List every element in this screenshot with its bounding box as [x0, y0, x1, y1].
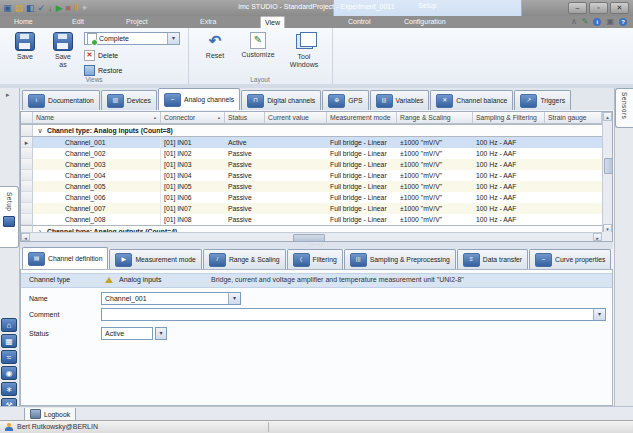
right-sidebar: Sensors — [614, 88, 633, 420]
close-button[interactable]: ✕ — [610, 2, 629, 14]
status-combo[interactable]: Active — [101, 327, 153, 340]
tab-filtering[interactable]: ( Filtering — [287, 249, 343, 269]
menu-bar: Home Edit Project Extra View Control Con… — [0, 16, 633, 28]
help-icon[interactable]: ? — [619, 18, 627, 26]
table-row[interactable]: ▸ Channel_001[01] IN01 Active Full bridg… — [21, 137, 602, 148]
tab-analog-channels[interactable]: ~ Analog channels — [158, 88, 240, 110]
save-button[interactable]: Save — [6, 32, 44, 61]
comment-label: Comment — [29, 308, 59, 321]
maximize-button[interactable]: ▫ — [589, 2, 608, 14]
tab-edit[interactable]: Edit — [68, 16, 88, 28]
col-current-value[interactable]: Current value — [265, 112, 327, 124]
table-row[interactable]: Channel_004[01] IN04 Passive Full bridge… — [21, 170, 602, 181]
home-icon[interactable]: ⌂ — [1, 318, 17, 332]
scroll-thumb[interactable] — [604, 158, 613, 174]
comment-dropdown-icon[interactable]: ▾ — [593, 309, 605, 320]
tab-project[interactable]: Project — [122, 16, 152, 28]
reset-arrow-icon: ↶ — [196, 32, 234, 50]
collapse-icon[interactable]: ∨ — [33, 125, 47, 136]
status-dropdown-icon[interactable]: ▾ — [156, 328, 166, 339]
windows-icon[interactable]: ▣ — [606, 17, 614, 27]
tab-home[interactable]: Home — [10, 16, 37, 28]
ball-icon[interactable]: ◉ — [1, 366, 17, 380]
star-icon[interactable]: ∗ — [1, 382, 17, 396]
tab-extra[interactable]: Extra — [196, 16, 220, 28]
view-select-combo[interactable]: Complete ▾ — [84, 32, 180, 45]
collapse-ribbon-icon[interactable]: ∧ — [571, 17, 577, 27]
name-label: Name — [29, 292, 48, 305]
sidebar-tab-setup[interactable]: Setup — [0, 186, 19, 248]
tab-documentation[interactable]: i Documentation — [22, 90, 100, 110]
range-scaling-icon: / — [209, 253, 226, 267]
tab-measurement-mode[interactable]: ▶ Measurement mode — [109, 249, 201, 269]
table-row[interactable]: Channel_003[01] IN03 Passive Full bridge… — [21, 159, 602, 170]
sampling-icon: ||| — [350, 253, 367, 267]
reset-button[interactable]: ↶ Reset — [196, 32, 234, 60]
horizontal-scrollbar[interactable]: ◂ ▸ — [21, 232, 602, 241]
scroll-right-icon[interactable]: ▸ — [593, 233, 602, 241]
window-controls: – ▫ ✕ — [568, 2, 629, 14]
name-combo[interactable]: Channel_001 ▾ — [101, 292, 241, 305]
tool-window-icons: ⌂ ▦ ≈ ◉ ∗ ⚒ — [1, 318, 17, 412]
tool-windows-icon — [296, 34, 313, 49]
table-row[interactable]: Channel_008[01] IN08 Passive Full bridge… — [21, 214, 602, 225]
logbook-bar: Logbook — [0, 406, 633, 420]
status-dropdown[interactable]: ▾ — [155, 327, 167, 340]
tab-configuration[interactable]: Configuration — [400, 16, 450, 28]
tab-curve-properties[interactable]: ~ Curve properties — [529, 249, 611, 269]
table-row[interactable]: Channel_002[01] IN02 Passive Full bridge… — [21, 148, 602, 159]
edit-mode-icon[interactable]: ✎ — [582, 17, 589, 27]
restore-icon — [84, 65, 95, 76]
table-row[interactable]: Channel_005[01] IN05 Passive Full bridge… — [21, 181, 602, 192]
channel-type-description: Bridge, current and voltage amplifier an… — [211, 274, 464, 286]
tab-control[interactable]: Control — [344, 16, 375, 28]
table-row[interactable]: Channel_006[01] IN06 Passive Full bridge… — [21, 192, 602, 203]
tab-channel-balance[interactable]: ✕ Channel balance — [430, 90, 513, 110]
view-combo-dropdown[interactable]: ▾ — [167, 33, 179, 44]
tab-sampling-preprocessing[interactable]: ||| Sampling & Preprocessing — [344, 249, 456, 269]
delete-view-button[interactable]: ✕ Delete — [84, 50, 118, 61]
tool-windows-button[interactable]: Tool Windows — [284, 32, 324, 68]
user-icon — [5, 423, 13, 431]
signal-icon[interactable]: ≈ — [1, 350, 17, 364]
col-connector[interactable]: Connector▲ — [161, 112, 225, 124]
panel-splitter[interactable]: ····· — [20, 242, 613, 249]
col-name[interactable]: Name▲ — [33, 112, 161, 124]
col-measurement-mode[interactable]: Measurement mode — [327, 112, 397, 124]
tab-digital-channels[interactable]: ⊓ Digital channels — [241, 90, 321, 110]
col-status[interactable]: Status — [225, 112, 265, 124]
tab-variables[interactable]: ||| Variables — [370, 90, 430, 110]
analog-channels-page: Name▲ Connector▲ Status Current value Me… — [20, 110, 614, 406]
col-sampling-filtering[interactable]: Sampling & Filtering — [473, 112, 545, 124]
ribbon: Save Save as Complete ▾ ✕ Delete Restore… — [0, 28, 633, 85]
vertical-scrollbar[interactable]: ▴ ▾ — [602, 112, 612, 233]
sidebar-tab-sensors[interactable]: Sensors — [615, 88, 633, 128]
curve-properties-icon: ~ — [535, 253, 552, 267]
name-dropdown-icon[interactable]: ▾ — [228, 293, 240, 304]
menu-right-icons: ∧ ✎ i ▣ ? — [571, 16, 627, 28]
save-as-button[interactable]: Save as — [44, 32, 82, 68]
table-row[interactable]: Channel_007[01] IN07 Passive Full bridge… — [21, 203, 602, 214]
group-row-analog-inputs[interactable]: ∨ Channel type: Analog inputs (Count=8) — [21, 124, 602, 137]
devices-icon[interactable]: ▦ — [1, 334, 17, 348]
app-window: ▣ ▤ ◧ ✓ ↓ ▶ ■ ‖ ✦ Setup imc STUDIO - Sta… — [0, 0, 633, 433]
tab-devices[interactable]: ▥ Devices — [101, 90, 157, 110]
customize-button[interactable]: ✎ Customize — [236, 32, 280, 59]
channel-type-label: Channel type — [29, 274, 70, 286]
tab-gps[interactable]: ⊕ GPS — [322, 90, 368, 110]
restore-view-button[interactable]: Restore — [84, 65, 123, 76]
col-strain-gauge[interactable]: Strain gauge — [545, 112, 602, 124]
col-range-scaling[interactable]: Range & Scaling — [397, 112, 473, 124]
scroll-up-icon[interactable]: ▴ — [603, 112, 612, 121]
tab-data-transfer[interactable]: ≡ Data transfer — [457, 249, 528, 269]
info-icon[interactable]: i — [593, 18, 601, 26]
pin-icon[interactable]: ▸ — [6, 91, 10, 99]
comment-combo[interactable]: ▾ — [101, 308, 606, 321]
ribbon-group-layout: ↶ Reset ✎ Customize Tool Windows Layout — [188, 28, 333, 84]
status-bar: Bert Rutkowsky@BERLIN — [0, 420, 633, 433]
tab-channel-definition[interactable]: ▤ Channel definition — [22, 247, 108, 269]
tab-triggers[interactable]: ↗ Triggers — [514, 90, 571, 110]
minimize-button[interactable]: – — [568, 2, 587, 14]
tab-range-scaling[interactable]: / Range & Scaling — [203, 249, 286, 269]
scroll-left-icon[interactable]: ◂ — [21, 233, 30, 241]
